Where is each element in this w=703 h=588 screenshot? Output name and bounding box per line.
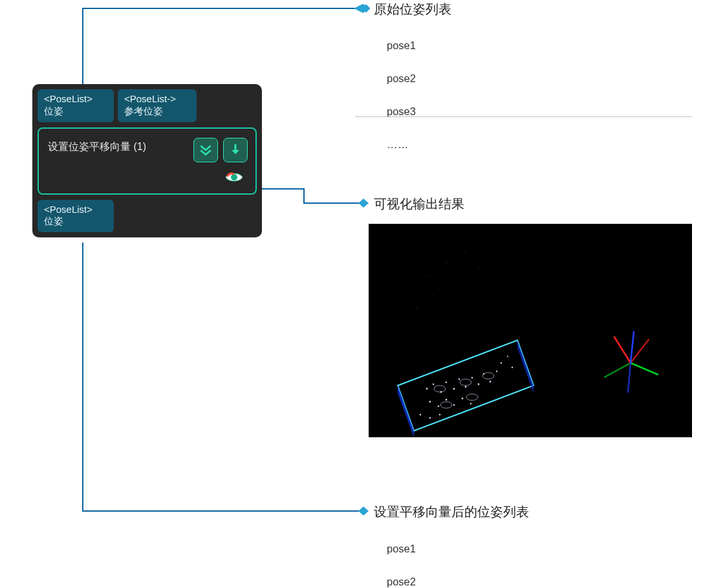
step-button[interactable] bbox=[223, 138, 248, 162]
list-item: pose2 bbox=[387, 574, 416, 588]
svg-point-45 bbox=[434, 386, 446, 392]
output-port-pose[interactable]: <PoseList> 位姿 bbox=[38, 200, 114, 233]
list-item: pose1 bbox=[387, 38, 416, 54]
port-label: 位姿 bbox=[44, 215, 63, 226]
list-ellipsis: …… bbox=[387, 136, 416, 153]
svg-marker-2 bbox=[358, 4, 369, 13]
svg-point-7 bbox=[465, 252, 466, 253]
svg-line-52 bbox=[614, 337, 631, 363]
svg-point-48 bbox=[440, 402, 452, 408]
list-item: pose3 bbox=[387, 103, 416, 120]
svg-point-26 bbox=[459, 378, 460, 380]
node-body: 设置位姿平移向量 (1) bbox=[38, 127, 257, 195]
svg-point-42 bbox=[501, 362, 502, 364]
svg-point-8 bbox=[426, 275, 427, 276]
svg-point-10 bbox=[497, 259, 498, 259]
svg-line-55 bbox=[628, 363, 631, 392]
svg-point-39 bbox=[420, 414, 422, 416]
svg-point-25 bbox=[453, 388, 455, 390]
svg-marker-4 bbox=[358, 506, 369, 516]
svg-point-38 bbox=[470, 403, 471, 404]
svg-point-13 bbox=[416, 307, 417, 308]
svg-point-40 bbox=[429, 417, 431, 419]
svg-point-46 bbox=[460, 379, 471, 386]
svg-point-43 bbox=[507, 356, 508, 357]
list-item: pose2 bbox=[387, 71, 416, 87]
step-down-icon bbox=[228, 143, 243, 157]
svg-marker-19 bbox=[398, 386, 414, 437]
annotation-raw-title: 原始位姿列表 bbox=[374, 1, 451, 18]
port-label: 位姿 bbox=[44, 105, 63, 116]
port-type: <PoseList> bbox=[44, 204, 92, 215]
svg-marker-3 bbox=[358, 199, 369, 208]
svg-point-35 bbox=[446, 399, 448, 401]
svg-point-15 bbox=[429, 320, 430, 321]
svg-line-51 bbox=[605, 363, 631, 377]
annotation-translated-list: pose1 pose2 pose3 …… bbox=[387, 524, 416, 588]
divider bbox=[356, 116, 692, 117]
svg-point-31 bbox=[490, 381, 492, 383]
annotation-translated-title: 设置平移向量后的位姿列表 bbox=[374, 503, 529, 521]
svg-point-22 bbox=[433, 384, 435, 386]
visualize-toggle[interactable] bbox=[224, 169, 244, 184]
port-label: 参考位姿 bbox=[124, 105, 163, 116]
port-type: <PoseList-> bbox=[124, 93, 176, 104]
svg-marker-0 bbox=[354, 5, 370, 12]
input-ports: <PoseList> 位姿 <PoseList-> 参考位姿 bbox=[38, 89, 257, 122]
eye-icon bbox=[224, 169, 244, 184]
annotation-viz-title: 可视化输出结果 bbox=[374, 195, 464, 213]
svg-point-44 bbox=[512, 367, 513, 368]
execute-icon bbox=[199, 143, 213, 157]
svg-point-34 bbox=[438, 406, 440, 408]
svg-point-33 bbox=[429, 401, 431, 403]
list-item: pose1 bbox=[387, 541, 416, 558]
svg-point-37 bbox=[462, 398, 464, 400]
svg-point-5 bbox=[231, 174, 237, 180]
node-title: 设置位姿平移向量 (1) bbox=[48, 138, 188, 154]
svg-point-32 bbox=[496, 371, 497, 372]
annotation-raw-list: pose1 pose2 pose3 …… bbox=[387, 21, 416, 169]
output-ports: <PoseList> 位姿 bbox=[38, 200, 257, 233]
svg-point-24 bbox=[446, 382, 448, 384]
svg-point-17 bbox=[449, 327, 449, 327]
visualization-preview[interactable] bbox=[369, 224, 692, 437]
svg-point-6 bbox=[446, 262, 447, 263]
svg-point-27 bbox=[465, 386, 467, 388]
svg-point-47 bbox=[482, 373, 494, 379]
point-cloud-scene bbox=[369, 224, 692, 437]
input-port-pose[interactable]: <PoseList> 位姿 bbox=[38, 89, 114, 122]
input-port-ref-pose[interactable]: <PoseList-> 参考位姿 bbox=[118, 89, 197, 122]
execute-button[interactable] bbox=[193, 138, 218, 162]
svg-point-9 bbox=[478, 268, 479, 269]
svg-point-14 bbox=[488, 291, 488, 292]
svg-point-21 bbox=[426, 388, 428, 390]
svg-point-11 bbox=[439, 288, 440, 289]
svg-point-12 bbox=[459, 298, 459, 298]
svg-point-41 bbox=[439, 414, 441, 416]
svg-marker-1 bbox=[362, 5, 370, 12]
node-set-pose-translation[interactable]: <PoseList> 位姿 <PoseList-> 参考位姿 设置位姿平移向量 … bbox=[32, 84, 262, 237]
svg-point-16 bbox=[471, 314, 472, 314]
svg-point-28 bbox=[471, 377, 473, 379]
port-type: <PoseList> bbox=[44, 93, 92, 104]
svg-point-36 bbox=[453, 404, 455, 406]
svg-point-29 bbox=[478, 384, 480, 386]
svg-point-49 bbox=[466, 394, 478, 400]
svg-marker-20 bbox=[517, 340, 534, 393]
svg-line-50 bbox=[631, 363, 658, 375]
